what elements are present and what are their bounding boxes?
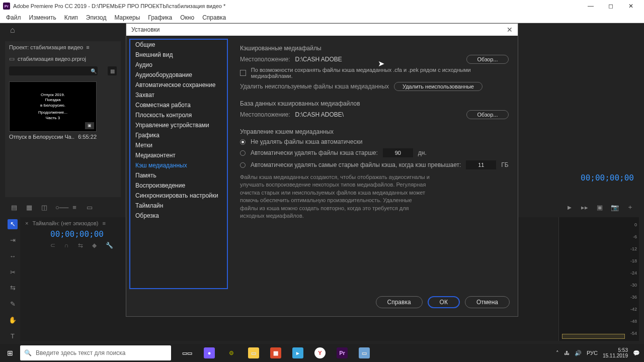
browser-icon[interactable]: Y — [310, 345, 330, 360]
panel-menu-icon[interactable]: ≡ — [86, 44, 89, 50]
pref-sidebar-item[interactable]: Медиаконтент — [130, 150, 227, 160]
section-cache-db: База данных кэшированных медиафайлов — [240, 100, 509, 107]
menu-edit[interactable]: Изменить — [25, 13, 60, 22]
sequence-badge-icon: ▣ — [85, 122, 94, 129]
network-icon[interactable]: 🖧 — [564, 350, 570, 356]
step-forward-icon[interactable]: ▸▸ — [581, 204, 589, 211]
project-search-input[interactable] — [9, 66, 98, 75]
view-toggle-button[interactable]: ▦ — [108, 66, 117, 75]
delete-unused-button[interactable]: Удалить неиспользованные — [394, 82, 482, 91]
window-titlebar: Pr Adobe Premiere Pro CC 2019 - D:\ПРЕМЬ… — [0, 0, 644, 12]
pref-sidebar-item[interactable]: Управление устройствами — [130, 120, 227, 130]
window-title: Adobe Premiere Pro CC 2019 - D:\ПРЕМЬЕР … — [13, 3, 225, 9]
play-button[interactable]: ► — [566, 204, 574, 211]
menu-file[interactable]: Файл — [2, 13, 25, 22]
pen-tool[interactable]: ✎ — [8, 299, 18, 309]
radio-no-auto-delete[interactable] — [240, 139, 246, 145]
pref-sidebar-item[interactable]: Аудио — [130, 60, 227, 70]
minimize-button[interactable]: — — [581, 1, 601, 12]
taskbar-app-4[interactable]: ▦ — [266, 345, 286, 360]
premiere-taskbar-icon[interactable]: Pr — [332, 345, 352, 360]
file-explorer-icon[interactable]: ▭ — [244, 345, 264, 360]
pref-sidebar-item[interactable]: Внешний вид — [130, 50, 227, 60]
plus-icon[interactable]: ＋ — [626, 203, 634, 212]
preferences-content: Кэшированные медиафайлы Местоположение: … — [231, 36, 518, 292]
notifications-icon[interactable]: 💬 — [633, 350, 640, 356]
volume-icon[interactable]: 🔊 — [575, 350, 582, 356]
location-label: Местоположение: — [240, 56, 290, 63]
task-view-icon[interactable]: ▭▭ — [177, 345, 197, 360]
radio-delete-older[interactable] — [240, 150, 246, 156]
pref-sidebar-item[interactable]: Метки — [130, 140, 227, 150]
camera-icon[interactable]: 📷 — [611, 204, 619, 211]
pref-sidebar-item[interactable]: Захват — [130, 90, 227, 100]
taskbar-app-5[interactable]: ▸ — [288, 345, 308, 360]
close-tab-icon[interactable]: × — [25, 220, 28, 226]
list-view-icon[interactable]: ▤ — [10, 204, 18, 211]
menu-graphics[interactable]: Графика — [144, 13, 176, 22]
home-icon[interactable]: ⌂ — [10, 26, 15, 35]
timeline-tab[interactable]: Таймлайн: (нет эпизодов) — [32, 220, 98, 226]
pref-sidebar-item[interactable]: Память — [130, 170, 227, 180]
taskbar-app-2[interactable]: ⚙ — [221, 345, 242, 360]
menu-markers[interactable]: Маркеры — [110, 13, 144, 22]
pref-sidebar-item[interactable]: Воспроизведение — [130, 180, 227, 191]
panel-menu-icon[interactable]: ≡ — [103, 220, 106, 226]
type-tool[interactable]: T — [8, 331, 18, 341]
save-next-to-source-checkbox[interactable] — [240, 70, 246, 76]
hand-tool[interactable]: ✋ — [8, 315, 18, 325]
pref-sidebar-item[interactable]: Кэш медиаданных — [130, 160, 227, 170]
windows-search[interactable]: 🔍 Введите здесь текст для поиска — [20, 345, 171, 360]
project-item[interactable]: Отпуск 2019. Поездка в Белорусию. Продол… — [9, 81, 117, 140]
export-frame-icon[interactable]: ▣ — [596, 204, 604, 211]
slip-tool[interactable]: ⇆ — [8, 283, 18, 293]
pref-sidebar-item[interactable]: Плоскость контроля — [130, 110, 227, 120]
tray-chevron-icon[interactable]: ˄ — [556, 350, 559, 356]
sort-icon[interactable]: ≡ — [70, 204, 78, 211]
menu-clip[interactable]: Клип — [60, 13, 82, 22]
freeform-view-icon[interactable]: ◫ — [40, 204, 48, 211]
browse-button-2[interactable]: Обзор... — [466, 110, 509, 119]
browse-button-1[interactable]: Обзор... — [466, 55, 509, 64]
pref-sidebar-item[interactable]: Совместная работа — [130, 100, 227, 110]
maximize-button[interactable]: ◻ — [601, 1, 621, 12]
days-input[interactable] — [383, 148, 413, 157]
icon-view-icon[interactable]: ▦ — [25, 204, 33, 211]
new-bin-icon[interactable]: ▭ — [86, 204, 94, 211]
track-select-tool[interactable]: ⇥ — [8, 235, 18, 245]
taskbar-app-7[interactable]: ▭ — [354, 345, 374, 360]
cancel-button[interactable]: Отмена — [465, 296, 510, 308]
pref-sidebar-item[interactable]: Общие — [130, 40, 227, 50]
snap-icon[interactable]: ⊂ — [50, 242, 55, 249]
pref-sidebar-item[interactable]: Автоматическое сохранение — [130, 80, 227, 90]
pref-sidebar-item[interactable]: Обрезка — [130, 211, 227, 221]
taskbar-clock[interactable]: 5:53 15.11.2019 — [603, 347, 628, 358]
meter-highlight — [562, 334, 625, 339]
dialog-close-button[interactable]: ✕ — [507, 26, 513, 34]
pref-sidebar-item[interactable]: Синхронизировать настройки — [130, 191, 227, 201]
marker-add-icon[interactable]: ◆ — [92, 242, 97, 249]
razor-tool[interactable]: ✂ — [8, 267, 18, 277]
help-button[interactable]: Справка — [376, 296, 423, 308]
wrench-icon[interactable]: 🔧 — [106, 242, 113, 249]
close-window-button[interactable]: ✕ — [621, 1, 641, 12]
language-indicator[interactable]: РУС — [587, 350, 598, 356]
project-file-name: стабилизация видео.prproj — [18, 56, 86, 62]
size-input[interactable] — [466, 160, 496, 169]
link-icon[interactable]: ⇆ — [78, 242, 83, 249]
menu-window[interactable]: Окно — [176, 13, 198, 22]
menu-help[interactable]: Справка — [198, 13, 230, 22]
pref-sidebar-item[interactable]: Таймлайн — [130, 201, 227, 211]
menu-sequence[interactable]: Эпизод — [82, 13, 111, 22]
zoom-slider-icon[interactable]: ○── — [55, 204, 63, 211]
selection-tool[interactable]: ↖ — [8, 219, 18, 229]
radio-delete-over-size[interactable] — [240, 162, 246, 168]
ok-button[interactable]: ОК — [428, 296, 460, 308]
project-panel-tab[interactable]: Проект: стабилизация видео — [9, 44, 83, 50]
ripple-edit-tool[interactable]: ↔ — [8, 251, 18, 261]
magnet-icon[interactable]: ∩ — [64, 242, 69, 249]
start-button[interactable]: ⊞ — [0, 349, 20, 357]
taskbar-app-1[interactable]: ● — [199, 345, 219, 360]
pref-sidebar-item[interactable]: Графика — [130, 130, 227, 140]
pref-sidebar-item[interactable]: Аудиооборудование — [130, 70, 227, 80]
